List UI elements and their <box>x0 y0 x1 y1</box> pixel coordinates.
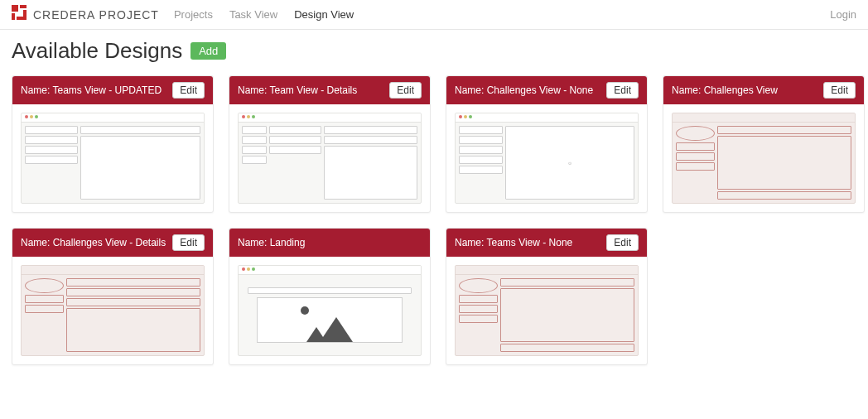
svg-rect-4 <box>17 17 27 20</box>
edit-button[interactable]: Edit <box>606 234 639 251</box>
card-body[interactable] <box>12 104 213 212</box>
page-title: Available Designs <box>12 38 182 64</box>
card-header: Name: Teams View - None Edit <box>446 229 647 257</box>
brand-text: CREDERA PROJECT <box>33 8 159 22</box>
svg-rect-1 <box>20 5 27 8</box>
card-header: Name: Challenges View Edit <box>663 76 864 104</box>
edit-button[interactable]: Edit <box>172 234 205 251</box>
card-body[interactable] <box>663 104 864 212</box>
card-header: Name: Landing <box>229 229 430 257</box>
design-thumbnail <box>238 265 422 356</box>
nav-link-design-view[interactable]: Design View <box>294 8 354 21</box>
card-title: Name: Challenges View <box>672 84 778 96</box>
design-thumbnail: ⊙ <box>455 113 639 204</box>
svg-rect-2 <box>23 10 27 17</box>
brand-logo-icon <box>12 5 28 24</box>
design-card: Name: Challenges View - None Edit ⊙ <box>446 75 648 213</box>
card-body[interactable] <box>446 257 647 364</box>
design-thumbnail <box>672 113 856 204</box>
design-card: Name: Landing <box>229 228 431 365</box>
card-header: Name: Teams View - UPDATED Edit <box>12 76 213 104</box>
nav-links: Projects Task View Design View <box>174 8 354 21</box>
svg-rect-0 <box>12 5 18 12</box>
card-body[interactable] <box>229 104 430 212</box>
brand[interactable]: CREDERA PROJECT <box>12 5 159 24</box>
add-button[interactable]: Add <box>190 42 226 60</box>
design-thumbnail <box>21 113 205 204</box>
edit-button[interactable]: Edit <box>823 82 856 99</box>
design-grid: Name: Teams View - UPDATED Edit Name: Te… <box>12 75 856 365</box>
design-card: Name: Teams View - UPDATED Edit <box>12 75 214 213</box>
nav-left: CREDERA PROJECT Projects Task View Desig… <box>12 5 354 24</box>
login-link[interactable]: Login <box>830 8 856 21</box>
card-title: Name: Landing <box>238 237 305 248</box>
edit-button[interactable]: Edit <box>172 82 205 99</box>
card-title: Name: Challenges View - Details <box>21 237 166 248</box>
card-body[interactable] <box>12 257 213 364</box>
design-thumbnail <box>455 265 639 356</box>
svg-rect-3 <box>12 13 15 20</box>
edit-button[interactable]: Edit <box>606 82 639 99</box>
design-thumbnail <box>21 265 205 356</box>
card-title: Name: Teams View - None <box>455 237 572 248</box>
card-body[interactable] <box>229 257 430 364</box>
design-card: Name: Team View - Details Edit <box>229 75 431 213</box>
nav-link-projects[interactable]: Projects <box>174 8 213 21</box>
nav-link-task-view[interactable]: Task View <box>229 8 277 21</box>
edit-button[interactable]: Edit <box>389 82 422 99</box>
page: Available Designs Add Name: Teams View -… <box>0 30 868 373</box>
card-title: Name: Challenges View - None <box>455 84 593 96</box>
card-header: Name: Challenges View - Details Edit <box>12 229 213 257</box>
design-card: Name: Challenges View Edit <box>663 75 865 213</box>
card-header: Name: Team View - Details Edit <box>229 76 430 104</box>
card-title: Name: Teams View - UPDATED <box>21 84 162 96</box>
design-card: Name: Challenges View - Details Edit <box>12 228 214 365</box>
design-card: Name: Teams View - None Edit <box>446 228 648 365</box>
card-body[interactable]: ⊙ <box>446 104 647 212</box>
card-header: Name: Challenges View - None Edit <box>446 76 647 104</box>
page-header: Available Designs Add <box>12 38 856 64</box>
navbar: CREDERA PROJECT Projects Task View Desig… <box>0 0 868 30</box>
design-thumbnail <box>238 113 422 204</box>
card-title: Name: Team View - Details <box>238 84 357 96</box>
